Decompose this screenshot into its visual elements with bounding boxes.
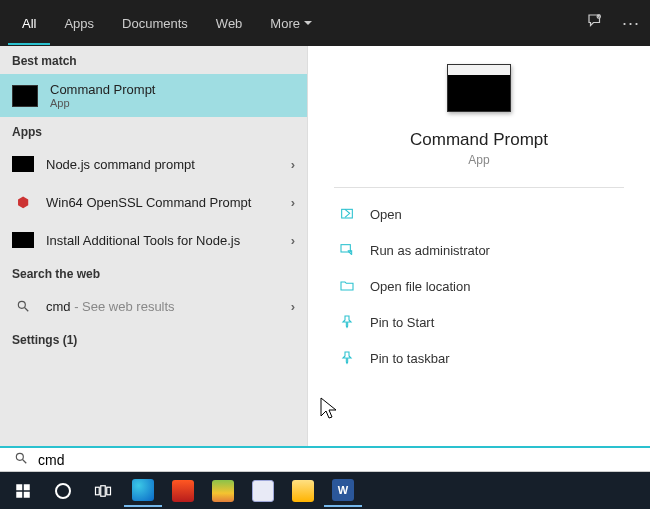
tab-all[interactable]: All — [8, 2, 50, 45]
details-title: Command Prompt — [410, 130, 548, 150]
action-open[interactable]: Open — [334, 196, 624, 232]
best-match-item[interactable]: Command Prompt App — [0, 74, 307, 117]
chevron-down-icon — [304, 21, 312, 29]
svg-point-5 — [16, 453, 23, 460]
svg-point-1 — [18, 301, 25, 308]
action-label: Run as administrator — [370, 243, 490, 258]
action-label: Open file location — [370, 279, 470, 294]
app-result-item[interactable]: ⬢ Win64 OpenSSL Command Prompt › — [0, 183, 307, 221]
search-icon — [12, 297, 34, 315]
app-result-label: Install Additional Tools for Node.js — [46, 233, 279, 248]
taskbar-app-explorer[interactable] — [284, 474, 322, 507]
tab-more[interactable]: More — [256, 2, 326, 45]
best-match-subtitle: App — [50, 97, 155, 109]
action-pin-start[interactable]: Pin to Start — [334, 304, 624, 340]
folder-icon — [338, 277, 356, 295]
svg-rect-12 — [101, 485, 106, 496]
action-label: Pin to taskbar — [370, 351, 450, 366]
chevron-right-icon[interactable]: › — [291, 299, 295, 314]
terminal-icon — [12, 232, 34, 248]
pin-icon — [338, 313, 356, 331]
open-icon — [338, 205, 356, 223]
taskbar-app-brave[interactable] — [164, 474, 202, 507]
taskbar-app-edge[interactable] — [124, 474, 162, 507]
details-subtitle: App — [468, 153, 489, 167]
search-icon — [14, 451, 28, 469]
openssl-icon: ⬢ — [12, 193, 34, 211]
action-pin-taskbar[interactable]: Pin to taskbar — [334, 340, 624, 376]
command-prompt-icon — [12, 85, 38, 107]
more-options-icon[interactable]: ··· — [622, 13, 640, 34]
svg-rect-11 — [96, 487, 100, 495]
svg-rect-7 — [16, 484, 22, 490]
app-result-item[interactable]: Node.js command prompt › — [0, 145, 307, 183]
app-result-label: Win64 OpenSSL Command Prompt — [46, 195, 279, 210]
svg-rect-8 — [24, 484, 30, 490]
web-result-label: cmd - See web results — [46, 299, 279, 314]
svg-rect-13 — [107, 487, 111, 495]
search-input[interactable] — [38, 452, 636, 468]
web-result-item[interactable]: cmd - See web results › — [0, 287, 307, 325]
section-settings: Settings (1) — [0, 325, 307, 353]
results-pane: Best match Command Prompt App Apps Node.… — [0, 46, 308, 446]
best-match-title: Command Prompt — [50, 82, 155, 97]
pin-icon — [338, 349, 356, 367]
chevron-right-icon[interactable]: › — [291, 233, 295, 248]
svg-rect-10 — [24, 491, 30, 497]
start-button[interactable] — [4, 474, 42, 507]
details-pane: Command Prompt App Open Run as administr… — [308, 46, 650, 446]
taskbar-app-paint[interactable] — [204, 474, 242, 507]
search-tab-bar: All Apps Documents Web More ··· — [0, 0, 650, 46]
tab-web[interactable]: Web — [202, 2, 257, 45]
action-label: Open — [370, 207, 402, 222]
section-best-match: Best match — [0, 46, 307, 74]
chevron-right-icon[interactable]: › — [291, 195, 295, 210]
action-open-location[interactable]: Open file location — [334, 268, 624, 304]
feedback-icon[interactable] — [586, 12, 604, 34]
taskbar-app-word[interactable]: W — [324, 474, 362, 507]
search-box[interactable] — [0, 446, 650, 472]
action-label: Pin to Start — [370, 315, 434, 330]
svg-rect-9 — [16, 491, 22, 497]
terminal-icon — [12, 156, 34, 172]
app-thumbnail-icon — [447, 64, 511, 112]
section-apps: Apps — [0, 117, 307, 145]
taskbar: W — [0, 472, 650, 509]
chevron-right-icon[interactable]: › — [291, 157, 295, 172]
app-result-label: Node.js command prompt — [46, 157, 279, 172]
cortana-button[interactable] — [44, 474, 82, 507]
app-result-item[interactable]: Install Additional Tools for Node.js › — [0, 221, 307, 259]
action-run-admin[interactable]: Run as administrator — [334, 232, 624, 268]
admin-icon — [338, 241, 356, 259]
tab-apps[interactable]: Apps — [50, 2, 108, 45]
taskbar-app[interactable] — [244, 474, 282, 507]
tab-documents[interactable]: Documents — [108, 2, 202, 45]
svg-line-2 — [25, 308, 29, 312]
task-view-button[interactable] — [84, 474, 122, 507]
divider — [334, 187, 624, 188]
section-web: Search the web — [0, 259, 307, 287]
svg-line-6 — [23, 459, 27, 463]
